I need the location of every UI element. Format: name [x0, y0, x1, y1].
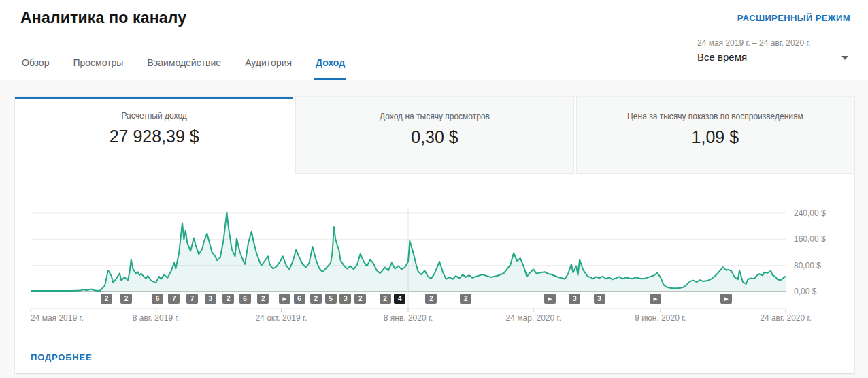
tab-overview[interactable]: Обзор	[20, 57, 50, 80]
metric-value: 27 928,39 $	[15, 127, 293, 146]
analytics-tabs: Обзор Просмотры Взаимодействие Аудитория…	[20, 57, 346, 80]
video-marker-count-badge[interactable]: 2	[222, 294, 234, 304]
x-axis-label: 9 июн. 2020 г.	[635, 313, 686, 323]
metric-tabs: Расчетный доход 27 928,39 $ Доход на тыс…	[15, 97, 854, 174]
metric-rpm[interactable]: Доход на тысячу просмотров 0,30 $	[295, 97, 573, 174]
metric-title: Доход на тысячу просмотров	[296, 112, 573, 121]
tab-engagement[interactable]: Взаимодействие	[146, 57, 222, 80]
x-axis-label: 24 окт. 2019 г.	[255, 313, 307, 323]
video-marker-count-badge[interactable]: 6	[152, 294, 163, 304]
video-marker-play-badge[interactable]: ▶	[544, 294, 556, 304]
metric-value: 0,30 $	[296, 127, 573, 147]
video-marker-count-badge[interactable]: 6	[294, 294, 305, 304]
x-axis-label: 24 авг. 2020 г.	[760, 313, 812, 323]
x-axis-label: 8 авг. 2019 г.	[133, 313, 180, 323]
x-axis-label: 24 мар. 2020 г.	[506, 313, 561, 323]
video-marker-count-badge[interactable]: 2	[101, 294, 112, 304]
advanced-mode-link[interactable]: РАСШИРЕННЫЙ РЕЖИМ	[737, 13, 850, 23]
video-marker-count-badge[interactable]: 5	[325, 294, 337, 304]
video-marker-count-badge[interactable]: 2	[354, 294, 366, 304]
x-axis-label: 8 янв. 2020 г.	[384, 313, 433, 323]
y-axis-label: 80,00 $	[794, 261, 848, 270]
metric-title: Цена за тысячу показов по воспроизведени…	[577, 112, 854, 121]
video-marker-count-badge[interactable]: 2	[257, 294, 269, 304]
video-marker-count-badge[interactable]: 7	[168, 294, 180, 304]
metric-estimated-revenue[interactable]: Расчетный доход 27 928,39 $	[15, 97, 293, 174]
card-footer: ПОДРОБНЕЕ	[15, 341, 854, 373]
video-marker-count-badge[interactable]: 2	[120, 294, 132, 304]
date-range-text: 24 мая 2019 г. – 24 авг. 2020 г.	[697, 38, 811, 48]
metric-title: Расчетный доход	[15, 111, 293, 121]
video-marker-play-badge[interactable]: ▶	[650, 294, 661, 304]
video-marker-count-badge[interactable]: 6	[239, 294, 251, 304]
video-marker-count-badge[interactable]: 3	[205, 294, 216, 304]
revenue-chart[interactable]: 240,00 $160,00 $80,00 $0,00 $24 мая 2019…	[15, 174, 854, 341]
date-range-selector[interactable]: 24 мая 2019 г. – 24 авг. 2020 г. Все вре…	[697, 38, 811, 63]
see-more-link[interactable]: ПОДРОБНЕЕ	[31, 352, 92, 362]
video-marker-count-badge[interactable]: 2	[310, 294, 322, 304]
y-axis-label: 240,00 $	[794, 208, 848, 218]
video-marker-play-badge[interactable]: ▶	[279, 294, 290, 304]
analytics-header: Аналитика по каналу РАСШИРЕННЫЙ РЕЖИМ Об…	[0, 0, 868, 80]
page-title: Аналитика по каналу	[20, 9, 186, 27]
chevron-down-icon[interactable]	[841, 56, 848, 60]
video-marker-count-badge[interactable]: 7	[186, 294, 198, 304]
video-marker-count-badge[interactable]: 4	[394, 294, 405, 304]
y-axis-label: 160,00 $	[794, 234, 848, 244]
date-range-preset: Все время	[697, 51, 811, 63]
video-marker-count-badge[interactable]: 2	[460, 294, 471, 304]
video-marker-count-badge[interactable]: 2	[380, 294, 391, 304]
x-axis-label: 24 мая 2019 г.	[31, 313, 84, 323]
video-marker-play-badge[interactable]: ▶	[720, 294, 732, 304]
metric-value: 1,09 $	[577, 127, 854, 147]
video-marker-count-badge[interactable]: 2	[425, 294, 437, 304]
video-marker-count-badge[interactable]: 3	[569, 294, 580, 304]
tab-views[interactable]: Просмотры	[71, 57, 124, 80]
metric-playback-cpm[interactable]: Цена за тысячу показов по воспроизведени…	[576, 97, 854, 174]
video-marker-count-badge[interactable]: 3	[594, 294, 605, 304]
video-marker-count-badge[interactable]: 3	[339, 294, 351, 304]
y-axis-label: 0,00 $	[794, 287, 848, 296]
tab-revenue[interactable]: Доход	[314, 57, 346, 80]
tab-audience[interactable]: Аудитория	[244, 57, 293, 80]
revenue-card: Расчетный доход 27 928,39 $ Доход на тыс…	[15, 97, 854, 373]
